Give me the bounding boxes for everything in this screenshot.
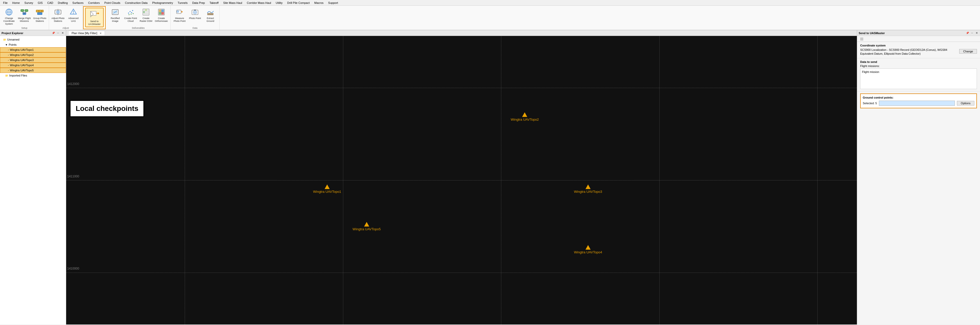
flight-mission-box[interactable]: Flight mission	[860, 69, 977, 89]
advanced-uas-label: Advanced UAS	[67, 17, 80, 22]
menu-drafting[interactable]: Drafting	[56, 1, 70, 5]
menu-construction-data[interactable]: Construction Data	[123, 1, 150, 5]
uav-icon-5: ◦	[8, 69, 9, 72]
rectified-image-label: Rectified Image	[108, 17, 122, 22]
plan-canvas[interactable]: 1412000 1411000 1410000 Wingtra UAVTopo1…	[66, 36, 857, 325]
panel-minimize-button[interactable]: ─	[56, 31, 60, 35]
svg-point-28	[128, 13, 129, 14]
create-orthomosaic-button[interactable]: Create Orthomosaic	[154, 7, 169, 24]
uav-icon-3: ◦	[8, 59, 9, 62]
menu-tunnels[interactable]: Tunnels	[175, 1, 189, 5]
tree-wingtra5[interactable]: ◦ Wingtra UAVTopo5	[0, 68, 66, 73]
group-photo-label: Group Photo Stations	[33, 17, 46, 22]
menu-gis[interactable]: GIS	[36, 1, 45, 5]
create-point-cloud-button[interactable]: Create Point Cloud	[123, 7, 138, 24]
grid-vline-3	[501, 36, 501, 325]
menu-survey[interactable]: Survey	[22, 1, 35, 5]
uav-icon-1: ◦	[8, 48, 9, 51]
panel-pin-button[interactable]: 📌	[52, 31, 55, 35]
flight-mission-text: Flight mission	[862, 70, 879, 73]
menu-drill-pile[interactable]: Drill Pile Compact	[285, 1, 312, 5]
change-coordinate-system-button[interactable]: Change	[959, 49, 977, 54]
tree-wingtra2[interactable]: ◦ Wingtra UAVTopo2	[0, 53, 66, 57]
send-icon	[89, 9, 99, 19]
rectified-icon	[111, 8, 119, 16]
ribbon: Change Coordinate System Merge Flight Mi…	[0, 6, 980, 30]
svg-rect-11	[42, 10, 43, 12]
photo-point-button[interactable]: Photo Point	[188, 7, 202, 24]
data-group-label: Data	[170, 27, 220, 29]
svg-point-15	[57, 11, 59, 13]
gcp-label: Ground control points:	[863, 96, 974, 99]
menu-cad[interactable]: CAD	[45, 1, 55, 5]
svg-rect-43	[159, 10, 161, 12]
menu-corridor-mass-haul[interactable]: Corridor Mass Haul	[245, 1, 273, 5]
menu-home[interactable]: Home	[10, 1, 22, 5]
ribbon-group-send: Send to UASMaster	[83, 6, 106, 29]
uasmaster-indicator	[860, 37, 863, 41]
menu-corridors[interactable]: Corridors	[86, 1, 102, 5]
wingtra4-map-label: Wingtra UAVTopo4	[574, 250, 602, 254]
tree-unnamed-label: Unnamed	[7, 38, 19, 41]
menu-utility[interactable]: Utility	[274, 1, 285, 5]
gcp-options-button[interactable]: Options	[957, 101, 974, 105]
gcp-selected-row: Selected: 5 Options	[863, 100, 974, 106]
menu-file[interactable]: File	[1, 1, 10, 5]
create-point-cloud-label: Create Point Cloud	[124, 17, 137, 22]
data-buttons: Measure Photo Point Photo Point	[172, 7, 218, 27]
grid-vline-5	[817, 36, 818, 325]
uav-icon-2: ◦	[8, 54, 9, 56]
tree-wingtra3[interactable]: ◦ Wingtra UAVTopo3	[0, 57, 66, 63]
plan-view-tab[interactable]: Plan View [My Filter] ✕	[68, 31, 105, 35]
menu-point-clouds[interactable]: Point Clouds	[102, 1, 123, 5]
svg-rect-54	[194, 10, 196, 11]
tree-imported[interactable]: 📁 Imported Files	[0, 73, 66, 78]
menu-site-mass-haul[interactable]: Site Mass Haul	[221, 1, 244, 5]
svg-point-53	[194, 12, 196, 13]
merge-flight-button[interactable]: Merge Flight Missions	[17, 7, 32, 24]
change-coordinate-button[interactable]: Change Coordinate System	[2, 7, 16, 26]
map-point-wingtra4: Wingtra UAVTopo4	[574, 245, 602, 254]
send-to-uasmaster-button[interactable]: Send to UASMaster	[85, 8, 103, 27]
svg-point-20	[73, 13, 74, 14]
tree-wingtra1-label: Wingtra UAVTopo1	[10, 48, 34, 51]
svg-point-33	[130, 14, 132, 14]
grid-label-1412000: 1412000	[67, 82, 79, 86]
coordinate-icon	[5, 8, 13, 16]
setup-group-label: Setup	[0, 27, 49, 29]
map-point-wingtra5: Wingtra UAVTopo5	[353, 222, 381, 231]
uasmaster-pin-button[interactable]: 📌	[966, 31, 969, 35]
adjust-photo-button[interactable]: Adjust Photo Stations	[51, 7, 65, 24]
advanced-uas-button[interactable]: Advanced UAS	[66, 7, 81, 24]
menu-support[interactable]: Support	[326, 1, 340, 5]
menu-takeoff[interactable]: Takeoff	[208, 1, 221, 5]
tree-points[interactable]: ▼ Points	[0, 42, 66, 47]
gcp-selected-text: Selected: 5	[863, 102, 877, 105]
panel-close-button[interactable]: ✕	[61, 31, 64, 35]
tree-wingtra4[interactable]: ◦ Wingtra UAVTopo4	[0, 63, 66, 68]
tree-wingtra1[interactable]: ◦ Wingtra UAVTopo1	[0, 47, 66, 53]
menu-surfaces[interactable]: Surfaces	[70, 1, 86, 5]
wingtra2-map-label: Wingtra UAVTopo2	[511, 117, 539, 121]
deliverables-buttons: Rectified Image Create Point Cloud	[108, 7, 169, 27]
adjust-group-label: Adjust	[49, 27, 82, 29]
measure-photo-point-button[interactable]: Measure Photo Point	[172, 7, 187, 24]
pointcloud-icon	[126, 8, 135, 16]
menu-macros[interactable]: Macros	[312, 1, 326, 5]
create-raster-dsm-button[interactable]: Create Raster DSM	[138, 7, 153, 24]
menu-data-prep[interactable]: Data Prep	[190, 1, 207, 5]
tree-unnamed[interactable]: 📁 Unnamed	[0, 37, 66, 42]
menu-photogrammetry[interactable]: Photogrammetry	[150, 1, 175, 5]
extract-ground-button[interactable]: Extract Ground	[203, 7, 218, 24]
uasmaster-close-button[interactable]: ✕	[975, 31, 978, 35]
uav-icon-4: ◦	[8, 64, 9, 67]
plan-view-close-button[interactable]: ✕	[100, 32, 102, 35]
ribbon-group-setup: Change Coordinate System Merge Flight Mi…	[0, 6, 49, 30]
uasmaster-minimize-button[interactable]: ─	[970, 31, 974, 35]
rectified-image-button[interactable]: Rectified Image	[108, 7, 123, 24]
plan-view-header: Plan View [My Filter] ✕	[66, 30, 857, 36]
group-photo-button[interactable]: Group Photo Stations	[32, 7, 47, 24]
svg-point-34	[133, 13, 134, 14]
project-tree: 📁 Unnamed ▼ Points ◦ Wingtra UAVTopo1 ◦ …	[0, 36, 66, 325]
triangle-icon-1	[325, 184, 330, 189]
